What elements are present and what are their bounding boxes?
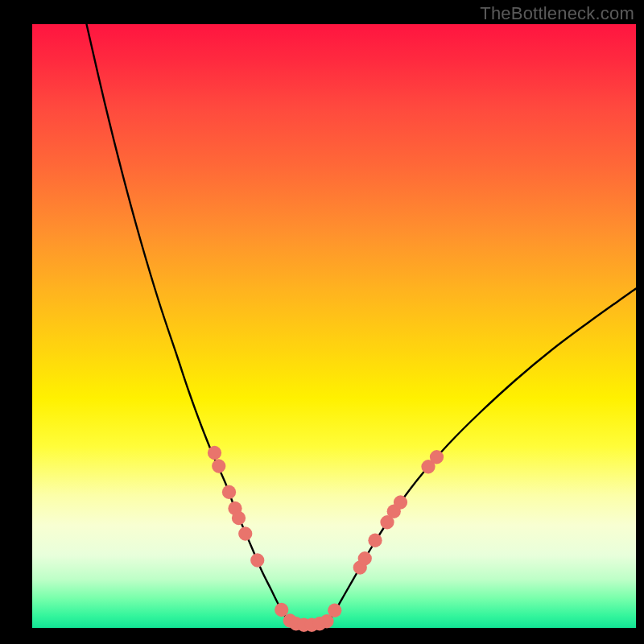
- marker-dot: [212, 459, 225, 473]
- marker-dot: [358, 551, 372, 565]
- marker-dot: [275, 603, 288, 617]
- marker-dot: [328, 604, 341, 617]
- marker-dot: [238, 526, 252, 540]
- series-left-curve: [87, 24, 292, 628]
- chart-svg: [32, 24, 636, 628]
- marker-dot: [368, 534, 382, 547]
- marker-dot: [208, 446, 221, 460]
- plot-area: [32, 24, 636, 628]
- chart-stage: TheBottleneck.com: [0, 0, 644, 644]
- marker-dot: [232, 511, 246, 525]
- series-right-curve: [325, 289, 636, 629]
- marker-dot: [394, 495, 407, 509]
- marker-dot: [250, 553, 264, 567]
- watermark-text: TheBottleneck.com: [480, 3, 634, 24]
- marker-dot: [430, 450, 444, 464]
- marker-dot: [222, 485, 236, 499]
